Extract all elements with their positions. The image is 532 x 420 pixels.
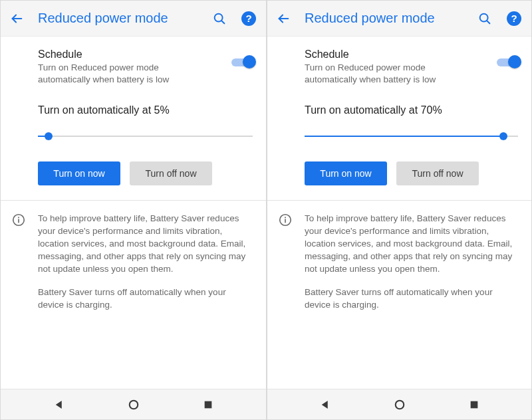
svg-point-13	[285, 217, 286, 219]
search-button[interactable]	[477, 11, 493, 27]
toggle-thumb	[243, 55, 256, 68]
help-icon: ?	[241, 11, 256, 26]
back-button[interactable]	[275, 11, 291, 27]
turn-off-button[interactable]: Turn off now	[130, 161, 212, 185]
info-icon	[278, 213, 293, 227]
turn-off-button[interactable]: Turn off now	[396, 161, 479, 185]
nav-back-button[interactable]	[318, 397, 332, 412]
info-block: To help improve battery life, Battery Sa…	[1, 201, 266, 311]
app-bar: Reduced power mode ?	[1, 1, 266, 37]
square-recents-icon	[203, 399, 213, 410]
info-paragraph-2: Battery Saver turns off automatically wh…	[305, 286, 518, 312]
arrow-left-icon	[9, 11, 24, 26]
schedule-row[interactable]: Schedule Turn on Reduced power mode auto…	[1, 37, 266, 86]
action-buttons: Turn on now Turn off now	[267, 144, 531, 200]
system-nav-bar	[1, 389, 266, 419]
page-title: Reduced power mode	[305, 11, 464, 26]
slider-rail	[38, 136, 253, 137]
help-icon: ?	[507, 11, 521, 26]
nav-recents-button[interactable]	[201, 397, 215, 412]
content-area: Schedule Turn on Reduced power mode auto…	[267, 37, 531, 389]
info-paragraph-1: To help improve battery life, Battery Sa…	[305, 213, 518, 275]
threshold-block: Turn on automatically at 5%	[1, 86, 266, 144]
nav-back-button[interactable]	[52, 397, 66, 412]
toggle-thumb	[508, 55, 521, 68]
schedule-toggle[interactable]	[231, 55, 254, 68]
app-bar: Reduced power mode ?	[267, 1, 531, 37]
svg-rect-15	[470, 401, 477, 408]
turn-on-button[interactable]: Turn on now	[38, 161, 120, 185]
settings-pane-left: Reduced power mode ? Schedule Turn on Re…	[1, 1, 266, 419]
threshold-label: Turn on automatically at 5%	[38, 104, 253, 116]
nav-recents-button[interactable]	[467, 397, 481, 412]
svg-rect-7	[204, 401, 211, 408]
help-button[interactable]: ?	[506, 11, 522, 27]
threshold-label: Turn on automatically at 70%	[305, 104, 518, 116]
triangle-back-icon	[53, 399, 65, 411]
svg-point-6	[129, 400, 138, 409]
svg-point-14	[395, 400, 404, 409]
svg-line-2	[221, 20, 224, 23]
circle-home-icon	[393, 398, 406, 411]
svg-line-10	[487, 20, 489, 23]
info-icon	[11, 213, 26, 227]
info-block: To help improve battery life, Battery Sa…	[267, 201, 531, 311]
schedule-subtitle: Turn on Reduced power mode automatically…	[305, 62, 458, 86]
nav-home-button[interactable]	[126, 397, 141, 412]
schedule-title: Schedule	[38, 49, 253, 60]
arrow-left-icon	[276, 11, 291, 26]
schedule-toggle[interactable]	[497, 55, 519, 68]
threshold-slider[interactable]	[38, 130, 253, 144]
search-icon	[212, 11, 227, 26]
settings-pane-right: Reduced power mode ? Schedule Turn on Re…	[266, 1, 531, 419]
circle-home-icon	[127, 398, 140, 411]
search-icon	[477, 11, 492, 26]
slider-knob	[45, 132, 53, 140]
triangle-back-icon	[319, 399, 331, 411]
help-button[interactable]: ?	[241, 11, 257, 27]
info-paragraph-1: To help improve battery life, Battery Sa…	[38, 213, 253, 275]
svg-point-5	[18, 217, 19, 219]
info-paragraph-2: Battery Saver turns off automatically wh…	[38, 286, 253, 312]
slider-fill	[305, 136, 503, 137]
nav-home-button[interactable]	[392, 397, 407, 412]
schedule-title: Schedule	[305, 49, 518, 60]
system-nav-bar	[267, 389, 531, 419]
content-area: Schedule Turn on Reduced power mode auto…	[1, 37, 266, 389]
turn-on-button[interactable]: Turn on now	[305, 161, 387, 185]
threshold-slider[interactable]	[305, 130, 518, 144]
schedule-row[interactable]: Schedule Turn on Reduced power mode auto…	[267, 37, 531, 86]
back-button[interactable]	[9, 11, 25, 27]
schedule-subtitle: Turn on Reduced power mode automatically…	[38, 62, 191, 86]
page-title: Reduced power mode	[38, 11, 198, 26]
slider-knob	[499, 132, 507, 140]
action-buttons: Turn on now Turn off now	[1, 144, 266, 200]
threshold-block: Turn on automatically at 70%	[267, 86, 531, 144]
search-button[interactable]	[211, 11, 227, 27]
square-recents-icon	[469, 399, 479, 410]
